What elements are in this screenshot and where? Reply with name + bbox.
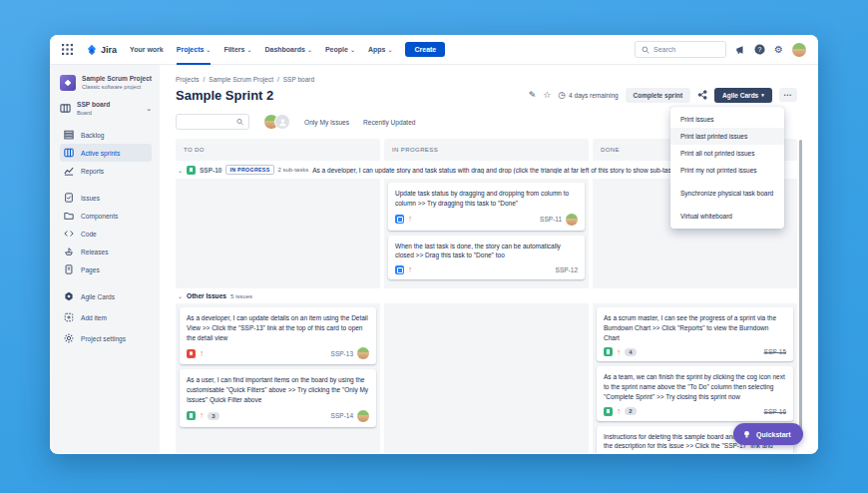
nav-people[interactable]: People⌄ <box>325 35 355 65</box>
vertical-scrollbar[interactable] <box>799 140 802 429</box>
more-actions-button[interactable]: ••• <box>779 88 797 102</box>
share-icon[interactable] <box>697 86 707 104</box>
chevron-down-icon[interactable]: ⌄ <box>178 292 183 299</box>
nav-projects[interactable]: Projects⌄ <box>177 35 212 65</box>
assignee-avatar[interactable] <box>357 347 369 359</box>
days-remaining: ◷ 4 days remaining <box>558 91 618 100</box>
breadcrumb-projects[interactable]: Projects <box>176 76 199 83</box>
menu-item-print-all-not-printed[interactable]: Print all not printed issues <box>670 145 784 162</box>
jira-logo[interactable]: Jira <box>86 44 117 56</box>
issue-card-ssp-16[interactable]: As a team, we can finish the sprint by c… <box>597 366 793 420</box>
board-name: SSP board <box>77 101 110 109</box>
issue-card-ssp-14[interactable]: As a user, I can find important items on… <box>180 369 376 426</box>
menu-item-synchronize-board[interactable]: Synchronize physical task board <box>670 185 784 202</box>
chevron-down-icon[interactable]: ⌄ <box>178 167 183 174</box>
menu-item-print-my-not-printed[interactable]: Print my not printed issues <box>670 162 784 179</box>
board-selector[interactable]: SSP board Board ⌄ <box>60 101 152 116</box>
assignee-avatar[interactable] <box>566 214 578 226</box>
issue-key[interactable]: SSP-14 <box>331 412 353 419</box>
megaphone-icon[interactable] <box>735 41 745 59</box>
sidebar-item-backlog[interactable]: Backlog <box>60 126 152 144</box>
menu-item-virtual-whiteboard[interactable]: Virtual whiteboard <box>670 208 784 225</box>
caret-down-icon: ▾ <box>761 93 764 98</box>
issue-card-ssp-13[interactable]: As a developer, I can update details on … <box>180 307 376 364</box>
story-type-icon <box>604 347 613 356</box>
star-icon[interactable]: ☆ <box>543 91 551 100</box>
lightbulb-icon <box>742 430 751 439</box>
issue-key[interactable]: SSP-16 <box>764 408 786 415</box>
clock-icon: ◷ <box>558 91 566 100</box>
column-header-in-progress: IN PROGRESS <box>384 139 589 161</box>
assignee-avatar[interactable] <box>357 410 369 422</box>
complete-sprint-button[interactable]: Complete sprint <box>626 88 690 103</box>
sidebar-item-pages[interactable]: Pages <box>60 260 152 278</box>
nav-filters[interactable]: Filters⌄ <box>223 35 251 65</box>
sidebar-item-agile-cards[interactable]: Agile Cards <box>60 287 152 305</box>
sidebar-item-reports[interactable]: Reports <box>60 162 152 180</box>
priority-up-icon: ↑ <box>408 215 412 224</box>
chevron-down-icon[interactable]: ⌄ <box>146 105 152 113</box>
sidebar-item-code[interactable]: Code <box>60 225 152 243</box>
sidebar-item-project-settings[interactable]: Project settings <box>60 329 152 347</box>
sidebar-item-add-item[interactable]: Add item <box>60 308 152 326</box>
issue-key[interactable]: SSP-15 <box>764 348 786 355</box>
agile-cards-button[interactable]: Agile Cards ▾ <box>714 88 772 103</box>
swimlane-other-issues[interactable]: ⌄ Other Issues 5 issues <box>176 288 797 303</box>
help-icon[interactable]: ? <box>754 41 765 59</box>
breadcrumb-project[interactable]: Sample Scrum Project <box>209 76 273 83</box>
sidebar-item-active-sprints[interactable]: Active sprints <box>60 144 152 162</box>
gear-icon[interactable]: ⚙ <box>774 45 783 55</box>
sidebar-item-releases[interactable]: Releases <box>60 243 152 260</box>
nav-your-work[interactable]: Your work <box>130 35 164 65</box>
project-header[interactable]: Sample Scrum Project Classic software pr… <box>60 75 152 91</box>
nav-dashboards[interactable]: Dashboards⌄ <box>264 35 312 65</box>
global-search-input[interactable]: Search <box>635 41 726 58</box>
user-avatar[interactable] <box>792 43 806 57</box>
pages-icon <box>64 264 74 274</box>
chevron-down-icon: ⌄ <box>387 47 392 53</box>
board-search-field[interactable] <box>182 119 236 126</box>
sidebar-item-label: Active sprints <box>81 150 120 157</box>
sidebar-item-label: Components <box>81 213 118 220</box>
menu-item-print-last-printed[interactable]: Print last printed issues <box>670 128 784 145</box>
board-search-input[interactable] <box>176 114 249 130</box>
svg-text:?: ? <box>758 45 762 52</box>
estimate-badge: 3 <box>208 412 218 420</box>
issue-key[interactable]: SSP-13 <box>331 350 353 357</box>
search-icon <box>642 46 650 54</box>
create-button[interactable]: Create <box>405 42 445 57</box>
issue-card-ssp-11[interactable]: Update task status by dragging and dropp… <box>388 183 585 231</box>
jira-logo-text: Jira <box>101 45 117 55</box>
quick-filter-recently-updated[interactable]: Recently Updated <box>363 119 415 126</box>
issue-key[interactable]: SSP-11 <box>540 216 562 223</box>
board-type: Board <box>77 110 110 116</box>
jira-logo-icon <box>86 44 98 56</box>
edit-sprint-icon[interactable]: ✎ <box>529 91 537 100</box>
subtask-type-icon <box>395 215 404 224</box>
breadcrumb-separator: / <box>203 76 205 83</box>
cell-in-progress-empty <box>384 303 589 453</box>
sidebar-item-issues[interactable]: Issues <box>60 189 152 207</box>
sidebar: Sample Scrum Project Classic software pr… <box>50 65 160 453</box>
menu-item-print-issues[interactable]: Print issues <box>670 111 784 128</box>
unassigned-avatar[interactable] <box>274 114 290 130</box>
reports-icon <box>64 166 74 176</box>
assignee-avatars <box>263 114 290 130</box>
swimlane-issue-key[interactable]: SSP-10 <box>200 167 221 174</box>
breadcrumb-separator: / <box>277 76 279 83</box>
nav-apps[interactable]: Apps⌄ <box>368 35 393 65</box>
quickstart-button[interactable]: Quickstart <box>733 423 803 445</box>
card-footer: ↑ SSP-12 <box>395 265 578 274</box>
sidebar-item-components[interactable]: Components <box>60 207 152 225</box>
sidebar-item-label: Agile Cards <box>81 293 115 300</box>
desktop-background: Jira Your work Projects⌄ Filters⌄ Dashbo… <box>0 0 868 493</box>
card-footer: ↑ SSP-11 <box>395 214 578 226</box>
page-title: Sample Sprint 2 <box>176 88 273 103</box>
project-type: Classic software project <box>82 84 152 90</box>
issue-card-ssp-15[interactable]: As a scrum master, I can see the progres… <box>597 307 793 361</box>
breadcrumb-board[interactable]: SSP board <box>283 76 314 83</box>
app-switcher-icon[interactable] <box>62 44 73 55</box>
quick-filter-only-my-issues[interactable]: Only My Issues <box>304 119 349 126</box>
issue-key[interactable]: SSP-12 <box>556 266 578 273</box>
issue-card-ssp-12[interactable]: When the last task is done, the story ca… <box>388 236 585 280</box>
